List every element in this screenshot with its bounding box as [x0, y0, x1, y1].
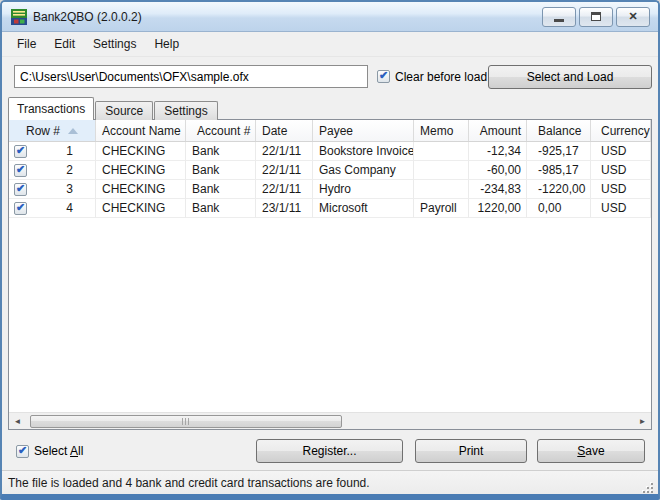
table-empty-area	[9, 218, 651, 412]
window-controls: ✕	[542, 7, 650, 27]
check-icon: ✔	[379, 70, 388, 81]
check-icon: ✔	[16, 145, 25, 156]
column-header-amount[interactable]: Amount	[469, 120, 527, 141]
cell-payee: Hydro	[313, 180, 414, 199]
window-title: Bank2QBO (2.0.0.2)	[33, 10, 142, 24]
select-and-load-button[interactable]: Select and Load	[488, 65, 652, 89]
row-checkbox[interactable]: ✔	[14, 183, 27, 196]
clear-before-load-control[interactable]: ✔ Clear before load	[377, 70, 487, 84]
cell-payee: Gas Company	[313, 161, 414, 180]
column-header-payee[interactable]: Payee	[313, 120, 414, 141]
tab-transactions[interactable]: Transactions	[8, 97, 94, 120]
clear-before-load-label: Clear before load	[395, 70, 487, 84]
table-header: Row # Account Name Account # Date Payee …	[9, 120, 651, 142]
cell-account-num: Bank	[186, 142, 256, 161]
table-row[interactable]: ✔ 1 CHECKING Bank 22/1/11 Bookstore Invo…	[9, 142, 651, 161]
menu-bar: File Edit Settings Help	[2, 32, 658, 57]
maximize-icon	[591, 12, 601, 21]
minimize-button[interactable]	[542, 7, 576, 27]
content-area: ✔ Clear before load Select and Load Tran…	[2, 57, 658, 464]
scroll-right-icon[interactable]: ►	[634, 413, 651, 430]
menu-settings[interactable]: Settings	[84, 34, 145, 54]
cell-date: 22/1/11	[256, 161, 313, 180]
column-header-row[interactable]: Row #	[9, 120, 96, 141]
tab-settings[interactable]: Settings	[154, 101, 217, 120]
cell-amount: -60,00	[469, 161, 527, 180]
column-header-date[interactable]: Date	[256, 120, 313, 141]
close-icon: ✕	[628, 11, 637, 22]
cell-date: 22/1/11	[256, 180, 313, 199]
select-all-label: Select All	[34, 444, 83, 458]
scrollbar-grip-icon	[182, 418, 191, 425]
transactions-panel: Row # Account Name Account # Date Payee …	[8, 119, 652, 430]
app-window: Bank2QBO (2.0.0.2) ✕ File Edit Settings …	[0, 0, 660, 500]
row-number: 4	[27, 201, 95, 215]
cell-payee: Bookstore Invoice	[313, 142, 414, 161]
check-icon: ✔	[18, 445, 27, 456]
file-path-input[interactable]	[14, 65, 368, 88]
tab-strip: Transactions Source Settings	[8, 97, 652, 120]
clear-before-load-checkbox[interactable]: ✔	[377, 70, 390, 83]
column-header-account-name[interactable]: Account Name	[96, 120, 186, 141]
print-button[interactable]: Print	[415, 439, 527, 463]
save-label-post: ave	[585, 444, 604, 458]
column-header-currency[interactable]: Currency	[591, 120, 651, 141]
row-select-cell: ✔ 3	[9, 180, 96, 199]
cell-account-name: CHECKING	[96, 180, 186, 199]
table-row[interactable]: ✔ 4 CHECKING Bank 23/1/11 Microsoft Payr…	[9, 199, 651, 218]
close-button[interactable]: ✕	[616, 7, 650, 27]
status-text: The file is loaded and 4 bank and credit…	[8, 476, 370, 490]
file-toolbar: ✔ Clear before load Select and Load	[8, 65, 652, 88]
table-row[interactable]: ✔ 2 CHECKING Bank 22/1/11 Gas Company -6…	[9, 161, 651, 180]
row-number: 3	[27, 182, 95, 196]
menu-file[interactable]: File	[8, 34, 45, 54]
column-header-account-num[interactable]: Account #	[186, 120, 256, 141]
cell-account-name: CHECKING	[96, 199, 186, 218]
minimize-icon	[554, 19, 564, 22]
menu-help[interactable]: Help	[145, 34, 188, 54]
table-row[interactable]: ✔ 3 CHECKING Bank 22/1/11 Hydro -234,83 …	[9, 180, 651, 199]
cell-memo	[414, 161, 469, 180]
row-select-cell: ✔ 1	[9, 142, 96, 161]
row-checkbox[interactable]: ✔	[14, 202, 27, 215]
footer-bar: ✔ Select All Register... Print Save	[8, 438, 652, 464]
column-header-balance[interactable]: Balance	[527, 120, 591, 141]
cell-account-num: Bank	[186, 199, 256, 218]
cell-balance: -925,17	[527, 142, 591, 161]
check-icon: ✔	[16, 202, 25, 213]
row-checkbox[interactable]: ✔	[14, 164, 27, 177]
cell-payee: Microsoft	[313, 199, 414, 218]
menu-edit[interactable]: Edit	[45, 34, 84, 54]
select-all-label-pre: Select	[34, 444, 70, 458]
scroll-left-icon[interactable]: ◄	[9, 413, 26, 430]
horizontal-scrollbar[interactable]: ◄ ►	[9, 412, 651, 429]
maximize-button[interactable]	[579, 7, 613, 27]
check-icon: ✔	[16, 183, 25, 194]
footer-buttons: Register... Print Save	[256, 439, 645, 463]
row-number: 1	[27, 144, 95, 158]
resize-grip-icon[interactable]	[642, 482, 654, 494]
cell-amount: -12,34	[469, 142, 527, 161]
select-all-checkbox[interactable]: ✔	[16, 445, 29, 458]
status-bar: The file is loaded and 4 bank and credit…	[2, 470, 658, 494]
select-all-label-mnemonic: A	[70, 444, 78, 458]
register-button[interactable]: Register...	[256, 439, 403, 463]
cell-currency: USD	[591, 180, 651, 199]
cell-amount: -234,83	[469, 180, 527, 199]
row-number: 2	[27, 163, 95, 177]
title-bar[interactable]: Bank2QBO (2.0.0.2) ✕	[2, 2, 658, 32]
cell-account-num: Bank	[186, 180, 256, 199]
save-button[interactable]: Save	[537, 439, 645, 463]
row-select-cell: ✔ 4	[9, 199, 96, 218]
select-all-control[interactable]: ✔ Select All	[16, 444, 83, 458]
row-checkbox[interactable]: ✔	[14, 145, 27, 158]
select-all-label-post: ll	[78, 444, 83, 458]
scrollbar-thumb[interactable]	[30, 415, 342, 428]
cell-memo	[414, 142, 469, 161]
cell-account-name: CHECKING	[96, 161, 186, 180]
tab-source[interactable]: Source	[95, 101, 153, 120]
cell-account-num: Bank	[186, 161, 256, 180]
sort-ascending-icon	[68, 128, 78, 134]
column-header-memo[interactable]: Memo	[414, 120, 469, 141]
app-logo-icon	[11, 9, 27, 25]
